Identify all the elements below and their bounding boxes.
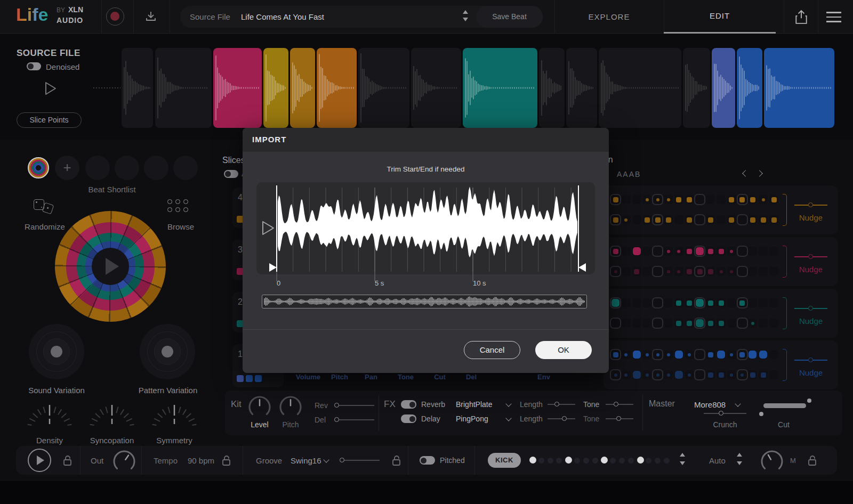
- step-cell[interactable]: [632, 319, 641, 328]
- pattern-variant-aaab[interactable]: AAAB: [617, 170, 641, 178]
- nudge-slider[interactable]: [794, 360, 827, 361]
- step-cell[interactable]: [748, 319, 757, 328]
- beat-wheel[interactable]: [55, 211, 166, 322]
- step-cell[interactable]: [622, 267, 631, 276]
- step-cell[interactable]: [622, 215, 631, 224]
- step-cell[interactable]: [632, 350, 641, 359]
- nudge-slider[interactable]: [794, 308, 827, 309]
- step-cell[interactable]: [759, 319, 768, 328]
- step-cell[interactable]: [759, 298, 768, 307]
- step-cell[interactable]: [695, 215, 704, 224]
- step-cell[interactable]: [685, 350, 694, 359]
- master-preset-chevron-icon[interactable]: [735, 401, 741, 407]
- step-cell[interactable]: [706, 319, 715, 328]
- step-cell[interactable]: [769, 350, 778, 359]
- step-cell[interactable]: [674, 298, 683, 307]
- step-cell[interactable]: [664, 319, 673, 328]
- slice-region[interactable]: [213, 48, 262, 128]
- step-cell[interactable]: [769, 370, 778, 379]
- step-cell[interactable]: [727, 215, 736, 224]
- step-cell[interactable]: [611, 267, 620, 276]
- step-cell[interactable]: [748, 195, 757, 204]
- step-cell[interactable]: [769, 267, 778, 276]
- step-cell[interactable]: [759, 215, 768, 224]
- step-cell[interactable]: [717, 370, 726, 379]
- step-cell[interactable]: [748, 370, 757, 379]
- step-cell[interactable]: [632, 215, 641, 224]
- groove-value[interactable]: Swing16: [291, 456, 321, 465]
- step-cell[interactable]: [674, 267, 683, 276]
- step-cell[interactable]: [653, 267, 662, 276]
- slice-chip[interactable]: [237, 375, 244, 382]
- step-cell[interactable]: [738, 195, 747, 204]
- pad-volume-knob[interactable]: [760, 449, 784, 474]
- step-cell[interactable]: [769, 247, 778, 256]
- groove-chevron-icon[interactable]: [323, 457, 329, 462]
- step-cell[interactable]: [759, 267, 768, 276]
- tempo-lock-icon[interactable]: [222, 454, 232, 466]
- step-cell[interactable]: [706, 298, 715, 307]
- step-dot-indicator[interactable]: [646, 458, 651, 464]
- slice-region[interactable]: [358, 48, 409, 128]
- step-cell[interactable]: [695, 195, 704, 204]
- step-cell[interactable]: [611, 350, 620, 359]
- tempo-value[interactable]: 90 bpm: [188, 456, 214, 465]
- fx-tone-slider[interactable]: [606, 404, 633, 405]
- slice-region[interactable]: [155, 48, 212, 128]
- fx-length-slider[interactable]: [548, 418, 575, 419]
- trim-waveform[interactable]: [256, 182, 595, 294]
- step-cell[interactable]: [769, 298, 778, 307]
- step-cell[interactable]: [653, 247, 662, 256]
- step-cell[interactable]: [611, 298, 620, 307]
- shortlist-empty-slot[interactable]: [144, 156, 168, 180]
- step-dot-indicator[interactable]: [565, 457, 572, 464]
- step-cell[interactable]: [685, 215, 694, 224]
- nudge-slider-handle[interactable]: [808, 202, 813, 207]
- step-cell[interactable]: [738, 247, 747, 256]
- step-dot-indicator[interactable]: [583, 458, 589, 464]
- slice-region[interactable]: [290, 48, 315, 128]
- pad-lock-icon[interactable]: [808, 454, 818, 466]
- slice-region[interactable]: [122, 48, 153, 128]
- slider-handle[interactable]: [554, 402, 559, 407]
- step-dot-indicator[interactable]: [664, 458, 670, 464]
- step-cell[interactable]: [759, 247, 768, 256]
- step-cell[interactable]: [611, 319, 620, 328]
- slice-region[interactable]: [463, 48, 537, 128]
- slice-region[interactable]: [764, 48, 834, 128]
- step-cell[interactable]: [674, 350, 683, 359]
- tab-edit[interactable]: EDIT: [664, 0, 776, 34]
- slider-handle[interactable]: [562, 416, 567, 421]
- out-knob[interactable]: [112, 449, 136, 474]
- step-cell[interactable]: [674, 215, 683, 224]
- step-cell[interactable]: [664, 247, 673, 256]
- randomize-label[interactable]: Randomize: [25, 222, 65, 231]
- step-cell[interactable]: [759, 350, 768, 359]
- step-cell[interactable]: [632, 298, 641, 307]
- step-cell[interactable]: [748, 298, 757, 307]
- step-cell[interactable]: [664, 370, 673, 379]
- groove-lock-icon[interactable]: [392, 454, 403, 466]
- waveform-strip[interactable]: [0, 48, 853, 128]
- nudge-slider[interactable]: [794, 205, 827, 206]
- gauge-symmetry[interactable]: [150, 401, 198, 432]
- slice-region[interactable]: [599, 48, 681, 128]
- step-cell[interactable]: [769, 195, 778, 204]
- step-cell[interactable]: [664, 267, 673, 276]
- step-cell[interactable]: [674, 195, 683, 204]
- fx-length-slider[interactable]: [548, 404, 575, 405]
- step-dot-indicator[interactable]: [592, 458, 598, 464]
- step-dot-indicator[interactable]: [529, 457, 536, 464]
- step-cell[interactable]: [632, 267, 641, 276]
- step-cell[interactable]: [717, 195, 726, 204]
- step-cell[interactable]: [685, 298, 694, 307]
- transport-play-button[interactable]: [28, 449, 51, 472]
- step-cell[interactable]: [748, 247, 757, 256]
- step-cell[interactable]: [717, 350, 726, 359]
- groove-slider[interactable]: [342, 460, 380, 461]
- step-cell[interactable]: [717, 319, 726, 328]
- step-dot-indicator[interactable]: [655, 458, 661, 464]
- step-cell[interactable]: [664, 350, 673, 359]
- shortlist-beat-thumb[interactable]: [28, 157, 49, 178]
- step-cell[interactable]: [748, 267, 757, 276]
